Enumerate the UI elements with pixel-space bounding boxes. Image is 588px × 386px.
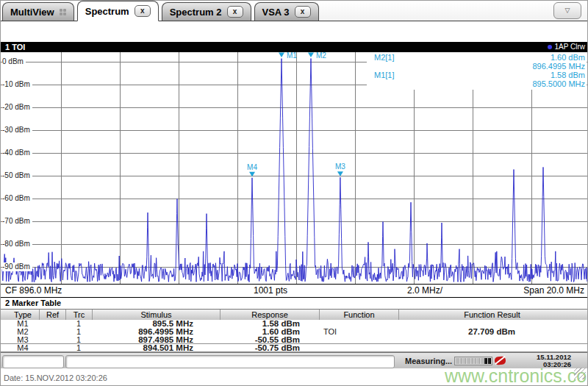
y-axis-tick: -50 dBm	[2, 171, 32, 180]
cell-response: -50.75 dBm	[220, 344, 319, 352]
marker-readout-label: M1[1]	[374, 71, 395, 79]
marker-readout-freq: 896.4995 MHz	[367, 62, 585, 71]
message-field[interactable]	[65, 355, 395, 368]
cell-function	[319, 344, 398, 352]
progress-segment	[467, 358, 470, 364]
settings-bar: Ref Level 4.00 dBm Att 14 dB SWT 2.23 ms…	[1, 21, 588, 42]
spectrum-trace	[2, 59, 588, 282]
tab-label: MultiView	[10, 7, 54, 18]
marker-label: M3	[335, 162, 345, 171]
sweep-progress-bar	[454, 357, 492, 365]
tab-label: Spectrum	[85, 6, 129, 17]
window-dropdown-button[interactable]: ▽	[553, 2, 581, 19]
spectrum-analyzer-screen: MultiViewSpectrumxSpectrum 2xVSA 3x ▽ Re…	[0, 0, 588, 386]
window-title: 1 TOI	[5, 42, 25, 52]
progress-segment	[484, 358, 487, 364]
tab-label: VSA 3	[262, 7, 290, 18]
cell-stimulus: 894.501 MHz	[92, 344, 220, 352]
y-axis-tick: -20 dBm	[2, 103, 32, 112]
cell-function_result: 27.709 dBm	[398, 328, 585, 336]
marker-m2-icon[interactable]	[308, 53, 314, 58]
tab-spectrum-2[interactable]: Spectrum 2x	[162, 2, 251, 21]
y-axis-tick: -10 dBm	[2, 80, 32, 89]
y-axis-tick: 0 dBm	[2, 57, 26, 66]
column-header: Type	[7, 310, 39, 320]
cell-ref	[39, 336, 65, 344]
cell-type: M4	[7, 344, 39, 352]
cell-ref	[39, 320, 65, 328]
progress-segment	[474, 358, 477, 364]
column-header: Response	[220, 310, 319, 320]
column-header: Stimulus	[92, 310, 220, 320]
tab-close-button[interactable]: x	[227, 6, 243, 18]
y-axis-tick: -60 dBm	[2, 194, 32, 203]
cell-function_result	[398, 344, 585, 352]
cell-function: TOI	[319, 328, 398, 336]
y-axis-tick: -70 dBm	[2, 217, 32, 226]
status-field[interactable]	[2, 355, 64, 368]
cell-function_result	[398, 336, 585, 344]
tab-multiview[interactable]: MultiView	[2, 2, 74, 21]
tab-bar: MultiViewSpectrumxSpectrum 2xVSA 3x	[1, 1, 588, 21]
y-axis-tick: -30 dBm	[2, 126, 32, 135]
sweep-points: 1001 pts	[254, 285, 287, 297]
multiview-grid-icon	[60, 9, 66, 15]
marker-m1-icon[interactable]	[279, 53, 284, 58]
measuring-status: Measuring...	[405, 357, 452, 365]
marker-table-titlebar[interactable]: 2 Marker Table	[1, 298, 588, 309]
axis-bar: CF 896.0 MHz 1001 pts 2.0 MHz/ Span 20.0…	[1, 284, 588, 298]
tab-close-button[interactable]: x	[135, 5, 151, 17]
column-header: Function	[319, 310, 398, 320]
trace-color-dot-icon	[548, 45, 552, 49]
marker-readout: M2[1] 1.60 dBm 896.4995 MHz M1[1] 1.58 d…	[367, 52, 587, 90]
y-axis-tick: -90 dBm	[2, 262, 32, 271]
spectrum-window-titlebar[interactable]: 1 TOI 1AP Clrw	[1, 42, 588, 52]
trace-legend-label: 1AP Clrw	[555, 42, 586, 52]
progress-segment	[488, 358, 491, 364]
resize-grip[interactable]	[574, 368, 586, 379]
progress-segment	[477, 358, 480, 364]
progress-segment	[481, 358, 484, 364]
cell-function	[319, 336, 398, 344]
marker-label: M1	[287, 52, 297, 60]
trace-legend: 1AP Clrw	[548, 42, 586, 52]
footer-date-text: Date: 15.NOV.2012 03:20:26	[4, 374, 107, 382]
mhz-per-div: 2.0 MHz/	[407, 285, 442, 297]
marker-readout-freq: 895.5000 MHz	[367, 79, 585, 88]
progress-segment	[463, 358, 466, 364]
marker-table-rows: M11895.5 MHz1.58 dBmM21896.4995 MHz1.60 …	[1, 320, 588, 352]
marker-readout-level: 1.58 dBm	[551, 71, 585, 79]
red-status-icon	[494, 356, 506, 365]
tab-label: Spectrum 2	[170, 7, 222, 18]
center-frequency[interactable]: CF 896.0 MHz	[5, 285, 62, 297]
marker-label: M4	[247, 163, 257, 171]
spectrum-plot[interactable]: M1M2M3M4 M2[1] 1.60 dBm 896.4995 MHz M1[…	[1, 52, 588, 284]
y-axis-tick: -80 dBm	[2, 240, 32, 249]
marker-table-row-m4[interactable]: M41894.501 MHz-50.75 dBm	[1, 344, 588, 352]
column-header: Function Result	[398, 310, 585, 320]
watermark-text: www.cntronics.com	[445, 365, 588, 386]
progress-segment	[470, 358, 473, 364]
column-header: Ref	[39, 310, 65, 320]
cell-trc: 1	[65, 344, 92, 352]
tab-vsa-3[interactable]: VSA 3x	[254, 2, 319, 21]
y-axis-tick: -40 dBm	[2, 149, 32, 157]
progress-segment	[459, 358, 462, 364]
marker-label: M2	[316, 52, 326, 60]
footer: Date: 15.NOV.2012 03:20:26 www.cntronics…	[1, 368, 588, 386]
cell-ref	[39, 344, 65, 352]
marker-m3-icon[interactable]	[337, 171, 343, 176]
marker-readout-level: 1.60 dBm	[551, 53, 585, 62]
span-value[interactable]: Span 20.0 MHz	[523, 285, 584, 297]
marker-readout-label: M2[1]	[374, 53, 395, 62]
progress-segment	[456, 358, 459, 364]
tab-close-button[interactable]: x	[295, 6, 311, 18]
cell-ref	[39, 328, 65, 336]
tab-spectrum[interactable]: Spectrumx	[77, 1, 159, 21]
column-header: Trc	[65, 310, 92, 320]
marker-table-header: Type Ref Trc Stimulus Response Function …	[1, 309, 588, 320]
